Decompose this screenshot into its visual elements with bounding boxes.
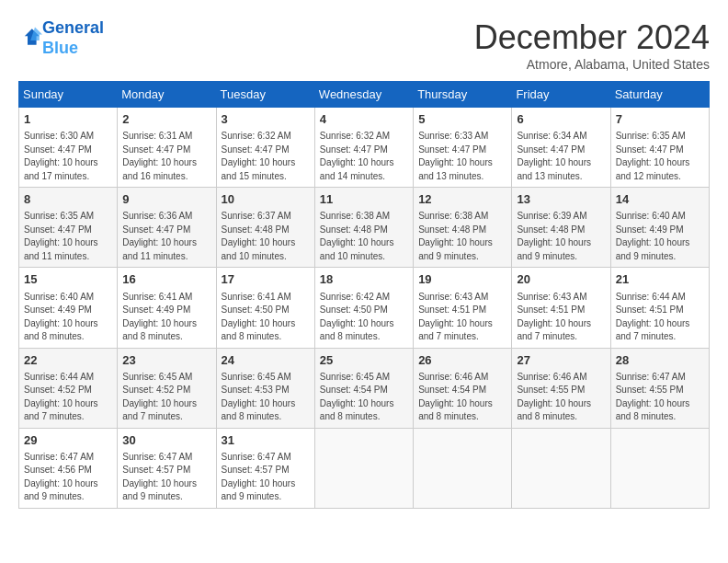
- day-info: Sunrise: 6:45 AMSunset: 4:52 PMDaylight:…: [122, 371, 210, 424]
- calendar-cell: 25Sunrise: 6:45 AMSunset: 4:54 PMDayligh…: [314, 348, 413, 428]
- calendar-cell: [414, 428, 512, 508]
- calendar-week-row: 15Sunrise: 6:40 AMSunset: 4:49 PMDayligh…: [19, 268, 710, 348]
- calendar-cell: 7Sunrise: 6:35 AMSunset: 4:47 PMDaylight…: [610, 108, 709, 188]
- header-sunday: Sunday: [19, 82, 118, 108]
- calendar-cell: 5Sunrise: 6:33 AMSunset: 4:47 PMDaylight…: [414, 108, 512, 188]
- day-info: Sunrise: 6:34 AMSunset: 4:47 PMDaylight:…: [517, 130, 605, 183]
- calendar-cell: 23Sunrise: 6:45 AMSunset: 4:52 PMDayligh…: [118, 348, 216, 428]
- day-number: 13: [517, 191, 605, 208]
- calendar-cell: 9Sunrise: 6:36 AMSunset: 4:47 PMDaylight…: [118, 188, 216, 268]
- logo-text: General Blue: [42, 18, 104, 58]
- calendar-cell: 27Sunrise: 6:46 AMSunset: 4:55 PMDayligh…: [512, 348, 610, 428]
- day-info: Sunrise: 6:33 AMSunset: 4:47 PMDaylight:…: [418, 130, 506, 183]
- calendar-cell: 22Sunrise: 6:44 AMSunset: 4:52 PMDayligh…: [19, 348, 118, 428]
- day-info: Sunrise: 6:39 AMSunset: 4:48 PMDaylight:…: [517, 210, 605, 263]
- calendar-cell: 28Sunrise: 6:47 AMSunset: 4:55 PMDayligh…: [610, 348, 709, 428]
- day-info: Sunrise: 6:40 AMSunset: 4:49 PMDaylight:…: [616, 210, 704, 263]
- calendar-cell: 17Sunrise: 6:41 AMSunset: 4:50 PMDayligh…: [216, 268, 314, 348]
- title-area: December 2024 Atmore, Alabama, United St…: [474, 18, 710, 72]
- day-number: 28: [616, 352, 704, 369]
- calendar-cell: 19Sunrise: 6:43 AMSunset: 4:51 PMDayligh…: [414, 268, 512, 348]
- header-tuesday: Tuesday: [216, 82, 314, 108]
- day-number: 12: [418, 191, 506, 208]
- calendar-table: SundayMondayTuesdayWednesdayThursdayFrid…: [18, 81, 710, 509]
- day-number: 9: [122, 191, 210, 208]
- calendar-cell: 12Sunrise: 6:38 AMSunset: 4:48 PMDayligh…: [414, 188, 512, 268]
- day-number: 23: [122, 352, 210, 369]
- calendar-cell: 16Sunrise: 6:41 AMSunset: 4:49 PMDayligh…: [118, 268, 216, 348]
- day-info: Sunrise: 6:44 AMSunset: 4:52 PMDaylight:…: [24, 371, 112, 424]
- calendar-cell: 15Sunrise: 6:40 AMSunset: 4:49 PMDayligh…: [19, 268, 118, 348]
- day-info: Sunrise: 6:44 AMSunset: 4:51 PMDaylight:…: [616, 291, 704, 344]
- day-info: Sunrise: 6:43 AMSunset: 4:51 PMDaylight:…: [517, 291, 605, 344]
- day-info: Sunrise: 6:46 AMSunset: 4:54 PMDaylight:…: [418, 371, 506, 424]
- calendar-cell: 3Sunrise: 6:32 AMSunset: 4:47 PMDaylight…: [216, 108, 314, 188]
- logo: General Blue: [18, 18, 104, 58]
- calendar-cell: 6Sunrise: 6:34 AMSunset: 4:47 PMDaylight…: [512, 108, 610, 188]
- calendar-cell: 26Sunrise: 6:46 AMSunset: 4:54 PMDayligh…: [414, 348, 512, 428]
- day-info: Sunrise: 6:38 AMSunset: 4:48 PMDaylight:…: [418, 210, 506, 263]
- day-number: 20: [517, 271, 605, 288]
- day-info: Sunrise: 6:42 AMSunset: 4:50 PMDaylight:…: [320, 291, 408, 344]
- calendar-cell: [314, 428, 413, 508]
- calendar-week-row: 8Sunrise: 6:35 AMSunset: 4:47 PMDaylight…: [19, 188, 710, 268]
- calendar-cell: 4Sunrise: 6:32 AMSunset: 4:47 PMDaylight…: [314, 108, 413, 188]
- calendar-week-row: 29Sunrise: 6:47 AMSunset: 4:56 PMDayligh…: [19, 428, 710, 508]
- day-number: 1: [24, 111, 112, 128]
- day-number: 24: [222, 352, 310, 369]
- calendar-cell: [610, 428, 709, 508]
- logo-icon: [20, 26, 42, 48]
- day-info: Sunrise: 6:43 AMSunset: 4:51 PMDaylight:…: [418, 291, 506, 344]
- calendar-week-row: 1Sunrise: 6:30 AMSunset: 4:47 PMDaylight…: [19, 108, 710, 188]
- day-number: 17: [222, 271, 310, 288]
- header-friday: Friday: [512, 82, 610, 108]
- day-info: Sunrise: 6:41 AMSunset: 4:49 PMDaylight:…: [122, 291, 210, 344]
- day-number: 4: [320, 111, 408, 128]
- day-info: Sunrise: 6:41 AMSunset: 4:50 PMDaylight:…: [222, 291, 310, 344]
- calendar-cell: 14Sunrise: 6:40 AMSunset: 4:49 PMDayligh…: [610, 188, 709, 268]
- calendar-cell: 8Sunrise: 6:35 AMSunset: 4:47 PMDaylight…: [19, 188, 118, 268]
- day-number: 30: [122, 432, 210, 449]
- day-info: Sunrise: 6:37 AMSunset: 4:48 PMDaylight:…: [222, 210, 310, 263]
- calendar-cell: 1Sunrise: 6:30 AMSunset: 4:47 PMDaylight…: [19, 108, 118, 188]
- day-info: Sunrise: 6:38 AMSunset: 4:48 PMDaylight:…: [320, 210, 408, 263]
- day-info: Sunrise: 6:32 AMSunset: 4:47 PMDaylight:…: [320, 130, 408, 183]
- day-info: Sunrise: 6:30 AMSunset: 4:47 PMDaylight:…: [24, 130, 112, 183]
- calendar-cell: [512, 428, 610, 508]
- calendar-cell: 11Sunrise: 6:38 AMSunset: 4:48 PMDayligh…: [314, 188, 413, 268]
- day-info: Sunrise: 6:32 AMSunset: 4:47 PMDaylight:…: [222, 130, 310, 183]
- day-info: Sunrise: 6:31 AMSunset: 4:47 PMDaylight:…: [122, 130, 210, 183]
- calendar-cell: 18Sunrise: 6:42 AMSunset: 4:50 PMDayligh…: [314, 268, 413, 348]
- day-number: 5: [418, 111, 506, 128]
- day-info: Sunrise: 6:35 AMSunset: 4:47 PMDaylight:…: [616, 130, 704, 183]
- month-title: December 2024: [474, 18, 710, 57]
- day-number: 19: [418, 271, 506, 288]
- calendar-header-row: SundayMondayTuesdayWednesdayThursdayFrid…: [19, 82, 710, 108]
- day-number: 11: [320, 191, 408, 208]
- header-thursday: Thursday: [414, 82, 512, 108]
- day-number: 29: [24, 432, 112, 449]
- calendar-cell: 21Sunrise: 6:44 AMSunset: 4:51 PMDayligh…: [610, 268, 709, 348]
- day-number: 2: [122, 111, 210, 128]
- day-number: 7: [616, 111, 704, 128]
- day-info: Sunrise: 6:46 AMSunset: 4:55 PMDaylight:…: [517, 371, 605, 424]
- calendar-week-row: 22Sunrise: 6:44 AMSunset: 4:52 PMDayligh…: [19, 348, 710, 428]
- day-number: 31: [222, 432, 310, 449]
- header-monday: Monday: [118, 82, 216, 108]
- day-number: 22: [24, 352, 112, 369]
- day-info: Sunrise: 6:47 AMSunset: 4:55 PMDaylight:…: [616, 371, 704, 424]
- calendar-cell: 10Sunrise: 6:37 AMSunset: 4:48 PMDayligh…: [216, 188, 314, 268]
- day-number: 8: [24, 191, 112, 208]
- calendar-cell: 31Sunrise: 6:47 AMSunset: 4:57 PMDayligh…: [216, 428, 314, 508]
- day-number: 18: [320, 271, 408, 288]
- day-info: Sunrise: 6:47 AMSunset: 4:56 PMDaylight:…: [24, 451, 112, 504]
- location: Atmore, Alabama, United States: [474, 57, 710, 72]
- day-info: Sunrise: 6:45 AMSunset: 4:53 PMDaylight:…: [222, 371, 310, 424]
- day-info: Sunrise: 6:40 AMSunset: 4:49 PMDaylight:…: [24, 291, 112, 344]
- day-number: 15: [24, 271, 112, 288]
- day-number: 16: [122, 271, 210, 288]
- calendar-cell: 20Sunrise: 6:43 AMSunset: 4:51 PMDayligh…: [512, 268, 610, 348]
- day-number: 21: [616, 271, 704, 288]
- day-number: 14: [616, 191, 704, 208]
- day-number: 27: [517, 352, 605, 369]
